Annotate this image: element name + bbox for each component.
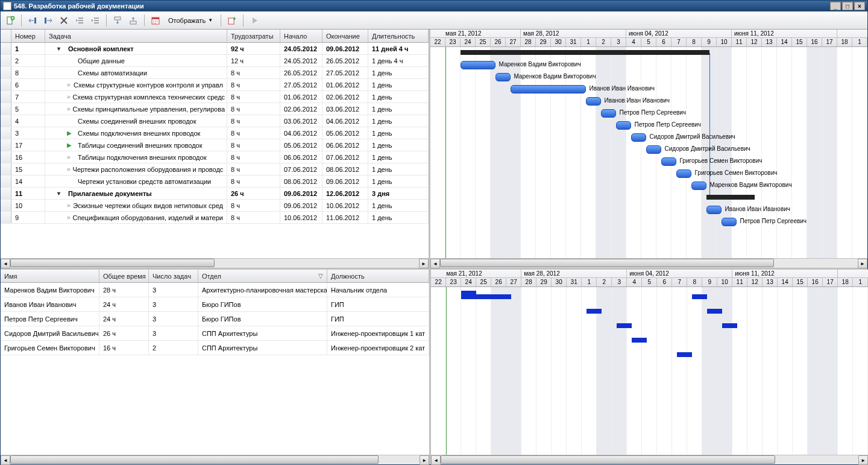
- resource-load-bar[interactable]: [617, 323, 632, 328]
- col-effort[interactable]: Трудозатраты: [227, 30, 280, 42]
- day-label: 16: [807, 38, 822, 46]
- filter-icon[interactable]: ▽: [318, 273, 323, 279]
- task-row[interactable]: 6»Схемы структурные контуров контроля и …: [1, 79, 429, 91]
- resource-load-bar[interactable]: [707, 309, 722, 314]
- task-grid-body[interactable]: 1▾Основной комплект92 ч24.05.201209.06.2…: [1, 43, 429, 258]
- timeline-header: мая 21, 2012мая 28, 2012июня 04, 2012июн…: [430, 30, 867, 47]
- gantt-body[interactable]: Маренков Вадим ВикторовичМаренков Вадим …: [430, 47, 867, 258]
- resource-load-bar[interactable]: [476, 294, 496, 299]
- close-button[interactable]: ×: [854, 2, 865, 10]
- task-row[interactable]: 11▾Прилагаемые документы26 ч09.06.201212…: [1, 188, 429, 200]
- display-dropdown[interactable]: Отображать ▼: [164, 14, 217, 27]
- maximize-button[interactable]: □: [842, 2, 853, 10]
- task-row[interactable]: 4Схемы соединений внешних проводок8 ч03.…: [1, 115, 429, 127]
- resource-load-bar[interactable]: [461, 291, 476, 299]
- resource-row[interactable]: Григорьев Семен Викторович16 ч2СПП Архит…: [1, 341, 429, 355]
- task-row[interactable]: 1▾Основной комплект92 ч24.05.201209.06.2…: [1, 43, 429, 55]
- task-row[interactable]: 15»Чертежи расположения оборудования и п…: [1, 163, 429, 176]
- resource-load-bar[interactable]: [632, 338, 647, 343]
- col-total[interactable]: Общее время: [99, 270, 149, 282]
- day-label: 15: [792, 38, 807, 46]
- resource-timeline-body[interactable]: [431, 287, 868, 455]
- scroll-left-button[interactable]: ◄: [1, 259, 10, 268]
- gantt-bar[interactable]: [676, 169, 691, 178]
- row-indicator-header[interactable]: [1, 30, 11, 42]
- delete-button[interactable]: [57, 14, 71, 27]
- minimize-button[interactable]: _: [830, 2, 841, 10]
- task-row[interactable]: 9»Спецификация оборудования, изделий и м…: [1, 212, 429, 224]
- col-position[interactable]: Должность: [327, 270, 429, 282]
- resource-row[interactable]: Петров Петр Сергеевич24 ч3Бюро ГИПовГИП: [1, 312, 429, 326]
- col-name[interactable]: Имя: [1, 270, 99, 282]
- task-row[interactable]: 2Общие данные12 ч24.05.201226.05.20121 д…: [1, 55, 429, 67]
- gantt-bar[interactable]: [722, 218, 737, 226]
- gantt-bar[interactable]: [691, 182, 706, 190]
- resource-load-bar[interactable]: [587, 309, 602, 314]
- scroll-right-button[interactable]: ►: [858, 455, 868, 465]
- resource-load-bar[interactable]: [692, 294, 707, 299]
- col-duration[interactable]: Длительность: [368, 30, 429, 42]
- col-dept[interactable]: Отдел ▽: [198, 270, 327, 282]
- export-button[interactable]: [225, 14, 239, 27]
- move-down-button[interactable]: [110, 14, 125, 27]
- scroll-left-button[interactable]: ◄: [431, 455, 441, 465]
- task-row[interactable]: 8Схемы автоматизации8 ч26.05.201227.05.2…: [1, 67, 429, 79]
- col-end[interactable]: Окончание: [322, 30, 368, 42]
- resource-load-bar[interactable]: [677, 352, 692, 357]
- scroll-right-button[interactable]: ►: [858, 259, 867, 268]
- col-number[interactable]: Номер: [11, 30, 45, 42]
- task-row[interactable]: 14Чертежи установки средств автоматизаци…: [1, 176, 429, 188]
- scroll-left-button[interactable]: ◄: [430, 259, 440, 268]
- gantt-bar[interactable]: [661, 157, 676, 166]
- col-task[interactable]: Задача: [45, 30, 227, 42]
- task-row[interactable]: 10»Эскизные чертежи общих видов нетиповы…: [1, 200, 429, 212]
- resource-load-bar[interactable]: [496, 294, 511, 299]
- play-button[interactable]: [247, 14, 262, 27]
- move-up-button[interactable]: [126, 14, 140, 27]
- task-row[interactable]: 5»Схемы принципиальные управления, регул…: [1, 103, 429, 115]
- scroll-right-button[interactable]: ►: [419, 259, 429, 268]
- gantt-bar[interactable]: [511, 85, 586, 93]
- gantt-bar[interactable]: [646, 145, 661, 154]
- gantt-summary-bar[interactable]: [706, 195, 755, 200]
- col-count[interactable]: Число задач: [149, 270, 198, 282]
- gantt-bar[interactable]: [631, 133, 646, 142]
- resource-grid-body[interactable]: Маренков Вадим Викторович28 ч3Архитектур…: [1, 283, 429, 455]
- task-row[interactable]: 17▶Таблицы соединений внешних проводок8 …: [1, 139, 429, 151]
- gantt-bar[interactable]: [586, 97, 601, 106]
- gantt-bar[interactable]: [616, 121, 631, 130]
- gantt-bar[interactable]: [461, 61, 495, 69]
- resource-row[interactable]: Сидоров Дмитрий Васильевич26 ч3СПП Архит…: [1, 326, 429, 341]
- scroll-left-button[interactable]: ◄: [1, 455, 10, 465]
- day-label: 6: [657, 278, 672, 286]
- gantt-bar[interactable]: [601, 109, 616, 118]
- new-doc-button[interactable]: [3, 14, 17, 27]
- day-label: 10: [717, 38, 732, 46]
- gantt-bar-label: Маренков Вадим Викторович: [514, 73, 596, 80]
- gantt-bar[interactable]: [495, 73, 511, 81]
- titlebar[interactable]: 548. Разработка рабочей документации _ □…: [1, 1, 867, 11]
- resource-timeline-header: мая 21, 2012мая 28, 2012июня 04, 2012июн…: [431, 270, 868, 287]
- gantt-bar-label: Иванов Иван Иванович: [590, 85, 655, 92]
- task-row[interactable]: 16»Таблицы подключения внешних проводок8…: [1, 151, 429, 163]
- task-row[interactable]: 3▶Схемы подключения внешних проводок8 ч0…: [1, 127, 429, 139]
- day-label: 23: [445, 38, 461, 46]
- indent-button[interactable]: [88, 14, 102, 27]
- indent-right-button[interactable]: [41, 14, 55, 27]
- task-row[interactable]: 7»Схема структурная комплекса технически…: [1, 91, 429, 103]
- outdent-button[interactable]: [72, 14, 87, 27]
- col-start[interactable]: Начало: [280, 30, 322, 42]
- resource-hscroll[interactable]: ◄ ►: [1, 455, 429, 464]
- resource-row[interactable]: Маренков Вадим Викторович28 ч3Архитектур…: [1, 283, 429, 297]
- indent-left-button[interactable]: [25, 14, 40, 27]
- gantt-bar[interactable]: [706, 206, 722, 214]
- task-hscroll[interactable]: ◄ ►: [1, 258, 429, 268]
- calendar-button[interactable]: [148, 14, 163, 27]
- resource-row[interactable]: Иванов Иван Иванович24 ч3Бюро ГИПовГИП: [1, 297, 429, 312]
- gantt-summary-bar[interactable]: [461, 50, 709, 55]
- day-label: 2: [596, 38, 611, 46]
- gantt-hscroll[interactable]: ◄ ►: [430, 258, 867, 268]
- resource-timeline-hscroll[interactable]: ◄ ►: [431, 455, 868, 464]
- resource-load-bar[interactable]: [722, 323, 737, 328]
- scroll-right-button[interactable]: ►: [420, 455, 429, 465]
